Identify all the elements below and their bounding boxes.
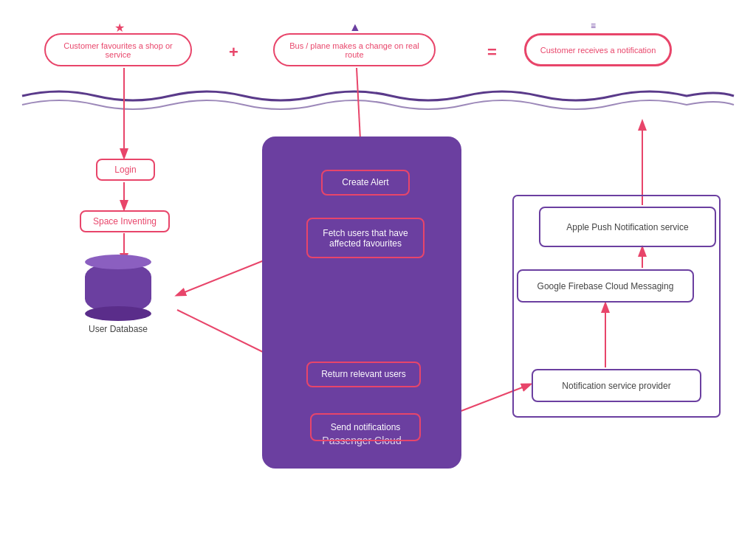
user-database: User Database xyxy=(81,262,155,334)
space-box: Space Inventing xyxy=(80,210,170,232)
login-box: Login xyxy=(96,159,155,181)
triangle-icon: ▲ xyxy=(349,21,361,34)
return-users-box: Return relevant users xyxy=(306,362,421,387)
fetch-users-box: Fetch users that have affected favourite… xyxy=(306,218,425,258)
create-alert-box: Create Alert xyxy=(321,170,410,196)
equation-box-3: Customer receives a notification xyxy=(524,33,672,66)
plus-symbol: + xyxy=(229,43,238,62)
equals-symbol: = xyxy=(487,43,497,62)
db-label: User Database xyxy=(81,324,155,334)
equation-box-2: Bus / plane makes a change on real route xyxy=(273,33,436,66)
send-notifications-box: Send notifications xyxy=(310,413,421,441)
db-cylinder xyxy=(85,262,151,314)
equation-box-1: Customer favourites a shop or service xyxy=(44,33,192,66)
notification-provider-box: Notification service provider xyxy=(532,369,701,402)
lines-icon: ≡ xyxy=(591,21,596,31)
firebase-box: Google Firebase Cloud Messaging xyxy=(517,269,694,303)
apple-push-notification-box: Apple Push Notification service xyxy=(539,207,716,247)
diagram-container: ★ ▲ ≡ Customer favourites a shop or serv… xyxy=(0,0,756,546)
